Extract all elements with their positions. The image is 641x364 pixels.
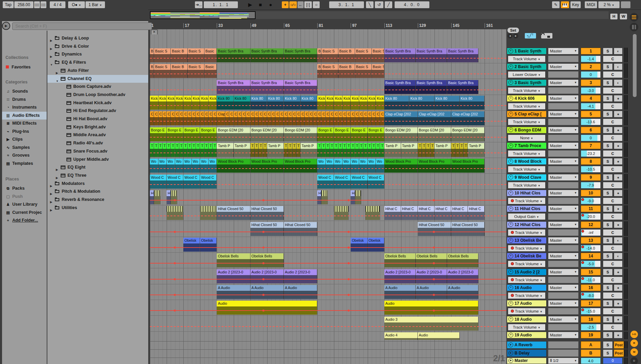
ruler-bar-label[interactable]: 145 [451,23,459,28]
arrangement-clip[interactable]: Wood C [334,175,351,189]
arrangement-clip[interactable]: Kick 80 [342,96,351,110]
arrangement-clip[interactable]: Wo [209,159,217,173]
arrangement-clip[interactable]: Wo [167,159,175,173]
sidebar-item-favorites[interactable]: Favorites [2,63,47,71]
arrangement-clip[interactable]: T [430,143,434,157]
sidebar-item-add-folder-[interactable]: +Add Folder... [2,217,47,224]
arrangement-clip[interactable]: C [163,111,167,125]
arrangement-clip[interactable]: T [418,143,422,157]
scrub-area[interactable]: ✕ [150,29,506,35]
arrangement-clip[interactable] [321,190,327,204]
tree-item[interactable]: ▼EQ & Filters [47,59,148,66]
track-volume-field[interactable]: -5.0 [581,260,601,267]
automation-arm-button[interactable]: ○∕○ [289,1,297,8]
tree-item[interactable]: Heartbeat Kick.adv [47,99,148,107]
post-button[interactable]: Post [614,349,624,357]
arrangement-clip[interactable]: Bongo E [351,127,367,141]
arrangement-clip[interactable]: T [426,143,430,157]
fold-circle-icon[interactable]: ▼ [508,143,513,148]
arrangement-clip[interactable]: Basic Synth Bra [284,80,317,94]
track-volume-field[interactable]: -8.0 [581,292,601,299]
arrangement-clip[interactable]: A Audio [384,285,416,299]
arrangement-clip[interactable]: C [363,111,367,125]
prev-locator-button[interactable]: ◂ [507,33,513,38]
sidebar-item-user-library[interactable]: ♟User Library [2,201,47,208]
arm-button[interactable]: ● [614,284,623,291]
track-device-chooser[interactable]: Track Volume▼ [508,229,546,236]
loop-button[interactable]: ↺ [375,1,383,8]
arrangement-clip[interactable]: Kick 80 [351,96,359,110]
track-lane[interactable]: A AudioA AudioA AudioA AudioA AudioA Aud… [150,284,506,300]
automation-breakpoint[interactable] [174,262,176,264]
arrangement-clip[interactable]: T [171,143,175,157]
arrangement-clip[interactable]: Bongo E [334,127,351,141]
track-routing-chooser[interactable]: Master▼ [548,300,579,307]
arrangement-clip[interactable]: Basic Synth Bra [384,80,416,94]
arrangement-clip[interactable]: T [255,143,259,157]
tree-item[interactable]: ▶Reverb & Resonance [47,196,148,204]
browser-toggle-button[interactable]: ▶ [2,22,10,30]
track-number-box[interactable]: 3 [581,79,601,86]
arrangement-clip[interactable]: Kick 80 [192,96,200,110]
crossfade-button[interactable]: C [603,197,623,204]
arrangement-clip[interactable]: C [330,111,334,125]
track-number-box[interactable]: 8 [581,158,601,165]
arrangement-clip[interactable]: Audio [418,332,460,340]
arrangement-clip[interactable]: Kick 80 [434,96,460,110]
arrangement-clip[interactable]: T [464,143,468,157]
solo-button[interactable]: S [603,48,613,54]
arrangement-clip[interactable]: C [225,111,229,125]
automation-line[interactable] [150,58,506,59]
section-toggle-r[interactable]: R [630,339,638,347]
track-volume-field[interactable]: 0 [581,134,601,141]
tree-item[interactable]: ▶Modulators [47,180,148,188]
hamburger-menu-icon[interactable] [630,13,638,21]
arrangement-clip[interactable]: Hihat Closed 50 [451,222,485,236]
arrangement-clip[interactable]: T [263,143,267,157]
arrangement-clip[interactable] [171,190,177,204]
track-routing-chooser[interactable]: Master▼ [548,221,579,228]
arrangement-clip[interactable]: Basic S [154,64,171,78]
arrangement-clip[interactable]: C [171,111,175,125]
track-routing-chooser[interactable]: Master▼ [548,174,579,181]
arrangement-clip[interactable]: C [326,111,330,125]
tree-item[interactable]: ▶Drive & Color [47,43,148,50]
track-lane[interactable]: Kick 80Kick 80Kick 80Kick 80Kick 80Kick … [150,95,506,111]
arrangement-clip[interactable]: T [317,143,321,157]
arrangement-clip[interactable]: Wo [183,159,192,173]
arrangement-clip[interactable]: T [209,143,213,157]
automation-breakpoint[interactable] [348,199,350,201]
arrangement-clip[interactable]: Basic Synth Bra [217,80,250,94]
arrangement-clip[interactable]: T [451,143,455,157]
fold-circle-icon[interactable]: ▼ [508,254,513,258]
arrangement-clip[interactable]: Hihat C [451,206,468,220]
track-device-chooser[interactable]: Track Volume▼ [508,292,546,299]
return-lane[interactable] [150,341,506,350]
arrangement-clip[interactable]: Obelisk [368,238,384,252]
arrangement-clip[interactable]: A Audio [217,285,250,299]
automation-breakpoint[interactable] [174,310,176,312]
automation-breakpoint[interactable] [433,278,435,280]
ruler-bar-label[interactable]: 113 [384,23,392,28]
track-header-name[interactable]: ▼3 Basic Synth [507,79,547,86]
arrangement-clip[interactable]: Basic Synth Bra [416,48,447,62]
arrangement-clip[interactable]: Audio [384,301,478,315]
automation-breakpoint[interactable] [348,278,350,280]
automation-breakpoint[interactable] [174,247,176,249]
track-volume-field[interactable]: -7.9 [581,182,601,189]
track-device-chooser[interactable]: Track Volume▼ [508,260,546,267]
fold-circle-icon[interactable]: ▼ [508,127,513,132]
arrangement-clip[interactable]: Audio 3 [384,317,478,331]
track-routing-chooser[interactable]: Master▼ [548,127,579,133]
arrangement-clip[interactable]: C [158,111,163,125]
arrangement-clip[interactable]: Kick 80 [234,96,250,110]
arrangement-clip[interactable]: C [296,111,301,125]
automation-line[interactable] [150,105,506,106]
arrangement-clip[interactable]: Obelisk Bells [217,253,250,267]
return-lane[interactable] [150,358,506,364]
arrangement-clip[interactable]: Kick 80 [359,96,368,110]
fold-circle-icon[interactable]: ▼ [508,269,513,274]
track-number-box[interactable]: 7 [581,142,601,149]
automation-line[interactable] [150,310,506,311]
track-number-box[interactable]: 4 [581,95,601,102]
